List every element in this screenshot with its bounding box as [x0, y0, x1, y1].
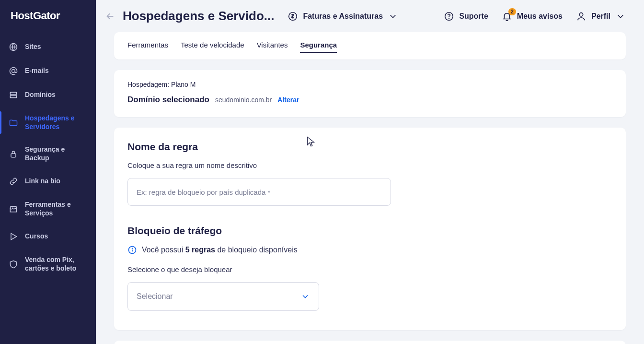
bell-icon: 2 [502, 11, 512, 22]
dollar-circle-icon [288, 11, 298, 22]
page-title: Hospedagens e Servido... [123, 9, 274, 24]
block-target-select[interactable]: Selecionar [127, 282, 319, 311]
rules-available-info: Você possui 5 regras de bloqueio disponí… [127, 245, 612, 255]
topbar-notifications[interactable]: 2 Meus avisos [502, 11, 563, 22]
svg-rect-4 [11, 154, 16, 157]
user-icon [576, 11, 586, 22]
hosting-info-card: Hospedagem: Plano M Domínio selecionado … [114, 70, 626, 117]
sidebar-item-courses[interactable]: Cursos [0, 225, 96, 248]
sidebar-item-link-bio[interactable]: Link na bio [0, 170, 96, 193]
info-bold: 5 regras [185, 246, 215, 254]
lock-icon [9, 149, 18, 159]
sidebar-item-emails[interactable]: E-mails [0, 59, 96, 83]
sidebar-item-sites[interactable]: Sites [0, 36, 96, 59]
info-prefix: Você possui [142, 246, 185, 254]
svg-point-8 [579, 12, 583, 16]
sidebar-item-hosting-servers[interactable]: Hospedagens e Servidores [0, 107, 96, 138]
selected-domain-label: Domínio selecionado [127, 95, 209, 105]
selected-domain-value: seudominio.com.br [215, 96, 272, 104]
sidebar-item-label: Segurança e Backup [25, 145, 87, 162]
svg-rect-3 [10, 95, 16, 98]
sidebar: HostGator Sites E-mails Domínios [0, 0, 96, 344]
store-icon [9, 204, 18, 214]
selected-domain-line: Domínio selecionado seudominio.com.br Al… [127, 95, 612, 105]
info-suffix: de bloqueio disponíveis [215, 246, 298, 254]
select-placeholder: Selecionar [137, 292, 173, 301]
sidebar-item-label: Sites [25, 43, 87, 51]
chevron-down-icon [388, 11, 398, 22]
back-button[interactable] [102, 8, 119, 25]
tab-visitors[interactable]: Visitantes [257, 41, 288, 53]
sidebar-item-sell-pix[interactable]: Venda com Pix, cartões e boleto [0, 249, 96, 279]
play-icon [9, 232, 18, 241]
chevron-down-icon [300, 292, 310, 301]
content: Ferramentas Teste de velocidade Visitant… [96, 32, 644, 344]
folder-icon [9, 118, 18, 128]
info-circle-icon [127, 245, 137, 255]
brand-logo: HostGator [0, 10, 96, 36]
sidebar-item-label: Cursos [25, 232, 87, 241]
sidebar-item-domains[interactable]: Domínios [0, 83, 96, 107]
sidebar-item-label: Ferramentas e Serviços [25, 201, 87, 217]
svg-point-10 [132, 248, 133, 249]
sidebar-item-security-backup[interactable]: Segurança e Backup [0, 139, 96, 169]
svg-point-1 [12, 70, 15, 73]
hosting-plan-line: Hospedagem: Plano M [127, 81, 612, 88]
sidebar-item-label: E-mails [25, 67, 87, 75]
topbar-billing[interactable]: Faturas e Assinaturas [288, 11, 398, 22]
help-circle-icon [444, 11, 454, 22]
traffic-block-title: Bloqueio de tráfego [127, 225, 612, 237]
link-icon [9, 177, 18, 186]
sidebar-item-tools-services[interactable]: Ferramentas e Serviços [0, 194, 96, 224]
tab-tools[interactable]: Ferramentas [127, 41, 168, 53]
topbar-support[interactable]: Suporte [444, 11, 488, 22]
sidebar-item-label: Hospedagens e Servidores [25, 114, 87, 131]
select-block-label: Selecione o que deseja bloquear [127, 265, 612, 273]
shield-icon [9, 260, 18, 269]
chevron-down-icon [615, 11, 626, 22]
rule-name-subtitle: Coloque a sua regra um nome descritivo [127, 161, 612, 169]
topbar-notifications-label: Meus avisos [517, 12, 563, 21]
sidebar-item-label: Link na bio [25, 177, 87, 186]
svg-point-7 [449, 18, 449, 19]
next-card-peek [114, 341, 626, 344]
change-domain-link[interactable]: Alterar [277, 96, 299, 104]
tab-security[interactable]: Segurança [300, 41, 337, 53]
topbar: Hospedagens e Servido... Faturas e Assin… [96, 0, 644, 32]
svg-rect-2 [10, 92, 16, 95]
sidebar-item-label: Venda com Pix, cartões e boleto [25, 256, 87, 273]
rule-name-title: Nome da regra [127, 141, 612, 153]
main-area: Hospedagens e Servido... Faturas e Assin… [96, 0, 644, 344]
tab-speed-test[interactable]: Teste de velocidade [181, 41, 244, 53]
notifications-badge: 2 [508, 8, 516, 15]
server-icon [9, 90, 18, 100]
rule-name-input[interactable] [127, 178, 391, 206]
topbar-profile[interactable]: Perfil [576, 11, 626, 22]
form-card: Nome da regra Coloque a sua regra um nom… [114, 128, 626, 330]
topbar-support-label: Suporte [459, 12, 488, 21]
sidebar-item-label: Domínios [25, 91, 87, 99]
topbar-billing-label: Faturas e Assinaturas [303, 12, 383, 21]
at-icon [9, 66, 18, 76]
sidebar-nav: Sites E-mails Domínios Hospedagens e Ser… [0, 36, 96, 279]
globe-icon [9, 42, 18, 52]
rules-available-text: Você possui 5 regras de bloqueio disponí… [142, 246, 298, 254]
tabs-card: Ferramentas Teste de velocidade Visitant… [114, 32, 626, 59]
topbar-profile-label: Perfil [591, 12, 610, 21]
